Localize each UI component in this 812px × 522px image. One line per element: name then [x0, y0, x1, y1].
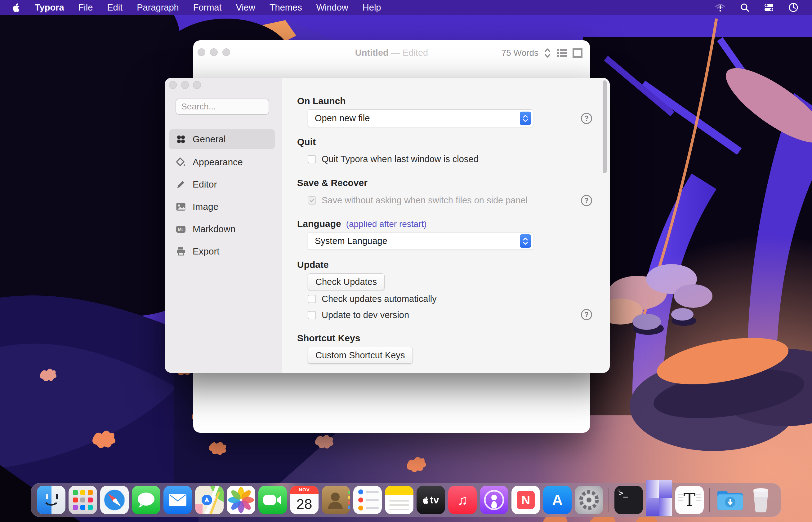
preferences-pane: On Launch Open new file ? Quit Quit Typo… — [282, 78, 610, 373]
desktop: Untitled — Edited 75 Words — [0, 0, 812, 522]
close-button[interactable] — [169, 81, 177, 89]
sidebar-toggle-icon[interactable] — [573, 48, 582, 58]
dock-icon-downloads[interactable] — [715, 486, 743, 514]
dropdown-stepper-icon — [520, 234, 531, 248]
update-heading: Update — [297, 259, 329, 270]
typora-letter: T — [683, 489, 696, 510]
on-launch-help-icon[interactable]: ? — [581, 113, 592, 124]
save-recover-help-icon[interactable]: ? — [581, 195, 592, 206]
dock-icon-maps[interactable] — [195, 486, 224, 514]
apple-logo-icon[interactable] — [13, 3, 20, 12]
word-count-chevron-icon[interactable] — [544, 48, 551, 58]
printer-icon — [176, 246, 186, 256]
appstore-letter: A — [552, 491, 563, 509]
save-recover-checkbox-row: Save without asking when switch files on… — [308, 195, 527, 205]
dock-icon-mail[interactable] — [163, 486, 192, 514]
on-launch-dropdown[interactable]: Open new file — [308, 109, 533, 127]
dock-separator — [709, 488, 710, 512]
tv-label: tv — [430, 494, 439, 506]
dock-icon-app-window[interactable] — [646, 480, 672, 516]
menu-item-themes[interactable]: Themes — [270, 2, 302, 13]
auto-update-checkbox-row: Check updates automatically — [308, 294, 437, 304]
sidebar-item-markdown[interactable]: M↓ Markdown — [169, 219, 275, 239]
custom-shortcut-keys-button[interactable]: Custom Shortcut Keys — [308, 347, 413, 364]
menu-bar: Typora File Edit Paragraph Format View T… — [0, 0, 812, 15]
dock-icon-safari[interactable] — [100, 486, 129, 514]
trash-icon — [747, 486, 775, 514]
on-launch-heading: On Launch — [297, 96, 346, 106]
dock-icon-system-settings[interactable] — [575, 486, 603, 514]
dock-icon-finder[interactable] — [37, 486, 65, 514]
dock-icon-podcasts[interactable] — [480, 486, 508, 514]
sidebar-item-image[interactable]: Image — [169, 197, 275, 217]
sidebar-item-export[interactable]: Export — [169, 241, 275, 261]
menu-item-edit[interactable]: Edit — [107, 2, 122, 13]
dock-icon-contacts[interactable] — [322, 486, 350, 514]
dock-icon-news[interactable]: N — [511, 486, 540, 514]
quit-checkbox[interactable] — [308, 155, 316, 163]
quit-checkbox-row: Quit Typora when last window is closed — [308, 154, 479, 164]
dock-icon-typora[interactable]: T — [675, 486, 704, 514]
outline-list-icon[interactable] — [557, 48, 567, 58]
dock-icon-music[interactable]: ♫ — [448, 486, 477, 514]
auto-update-checkbox[interactable] — [308, 295, 316, 303]
dock-icon-messages[interactable] — [132, 486, 160, 514]
general-icon — [176, 134, 186, 144]
shortcut-keys-heading: Shortcut Keys — [297, 333, 360, 343]
gear-icon — [575, 486, 603, 514]
wifi-alert-icon[interactable] — [715, 3, 726, 12]
scrollbar-thumb[interactable] — [603, 80, 607, 173]
menu-item-paragraph[interactable]: Paragraph — [137, 2, 179, 13]
menu-app-name[interactable]: Typora — [35, 2, 64, 13]
menu-item-format[interactable]: Format — [193, 2, 222, 13]
calendar-month: NOV — [290, 486, 318, 494]
spotlight-search-icon[interactable] — [740, 3, 749, 12]
dock-separator — [608, 488, 609, 512]
search-input[interactable] — [176, 99, 269, 115]
preferences-sidebar: General Appearance Editor Image — [165, 78, 282, 373]
quit-heading: Quit — [297, 137, 316, 147]
downloads-folder-icon — [715, 486, 743, 514]
zoom-button[interactable] — [193, 81, 201, 89]
dock-icon-trash[interactable] — [747, 486, 775, 514]
dock-icon-reminders[interactable] — [353, 486, 382, 514]
dock-icon-facetime[interactable] — [258, 486, 287, 514]
dropdown-stepper-icon — [520, 112, 531, 125]
dock: NOV 28 tv ♫ — [31, 483, 781, 517]
check-icon — [310, 198, 314, 203]
paint-bucket-icon — [176, 157, 186, 167]
dock-icon-appstore[interactable]: A — [543, 486, 572, 514]
minimize-button[interactable] — [181, 81, 189, 89]
dev-update-checkbox-row: Update to dev version — [308, 310, 409, 320]
dock-icon-tv[interactable]: tv — [417, 486, 445, 514]
running-indicator — [618, 489, 620, 491]
clock-icon[interactable] — [789, 2, 798, 13]
preferences-window: General Appearance Editor Image — [165, 78, 610, 373]
sidebar-item-general[interactable]: General — [169, 129, 275, 149]
dock-icon-terminal[interactable]: >_ — [615, 486, 643, 514]
control-center-icon[interactable] — [763, 3, 774, 12]
check-updates-button[interactable]: Check Updates — [308, 274, 385, 290]
dev-update-checkbox[interactable] — [308, 311, 316, 319]
dev-update-help-icon[interactable]: ? — [581, 309, 592, 320]
menu-item-window[interactable]: Window — [316, 2, 348, 13]
news-letter: N — [517, 491, 535, 509]
sidebar-item-appearance[interactable]: Appearance — [169, 152, 275, 172]
word-count[interactable]: 75 Words — [502, 48, 538, 58]
menu-item-help[interactable]: Help — [363, 2, 381, 13]
dock-icon-photos[interactable] — [227, 486, 255, 514]
save-recover-heading: Save & Recover — [297, 178, 368, 188]
language-dropdown[interactable]: System Language — [308, 232, 533, 250]
calendar-day: 28 — [290, 494, 318, 514]
sidebar-item-editor[interactable]: Editor — [169, 175, 275, 194]
dock-icon-launchpad[interactable] — [69, 486, 97, 514]
music-note-icon: ♫ — [457, 491, 468, 508]
markdown-icon: M↓ — [176, 224, 186, 234]
menu-item-file[interactable]: File — [78, 2, 93, 13]
save-recover-checkbox — [308, 196, 316, 205]
language-heading: Language(applied after restart) — [297, 219, 427, 229]
language-note: (applied after restart) — [346, 219, 427, 229]
menu-item-view[interactable]: View — [236, 2, 255, 13]
dock-icon-notes[interactable] — [385, 486, 413, 514]
dock-icon-calendar[interactable]: NOV 28 — [290, 486, 318, 514]
